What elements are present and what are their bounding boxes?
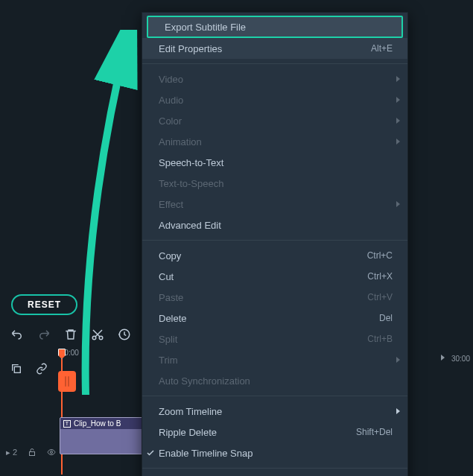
delete-icon[interactable]: [64, 328, 77, 341]
menu-copy[interactable]: CopyCtrl+C: [142, 245, 407, 266]
menu-text-to-speech: Text-to-Speech: [142, 173, 407, 194]
timeline-clip[interactable]: T Clip_How to B: [60, 417, 143, 454]
menu-zoom-timeline[interactable]: Zoom Timeline: [142, 401, 407, 422]
chevron-right-icon: [396, 408, 400, 414]
menu-delete[interactable]: DeleteDel: [142, 308, 407, 329]
redo-icon[interactable]: [37, 328, 51, 341]
track-controls: ▸ 2: [0, 443, 60, 461]
menu-cut[interactable]: CutCtrl+X: [142, 266, 407, 287]
chevron-right-icon: [396, 357, 400, 363]
chevron-right-icon: [396, 139, 400, 145]
clip-title: Clip_How to B: [74, 419, 121, 428]
menu-split: SplitCtrl+B: [142, 329, 407, 349]
chevron-right-icon: [396, 201, 400, 207]
undo-icon[interactable]: [10, 328, 24, 341]
cut-icon[interactable]: [91, 328, 104, 341]
menu-export-subtitle[interactable]: Export Subtitle File: [147, 16, 403, 38]
menu-auto-sync: Auto Synchronization: [142, 370, 407, 391]
copy-icon[interactable]: [10, 363, 22, 375]
track-index: ▸ 2: [6, 448, 17, 457]
menu-advanced-edit[interactable]: Advanced Edit: [142, 215, 407, 235]
menu-color: Color: [142, 110, 407, 131]
menu-animation: Animation: [142, 131, 407, 152]
svg-rect-4: [30, 452, 35, 456]
link-icon[interactable]: [36, 363, 48, 375]
menu-ripple-delete[interactable]: Ripple DeleteShift+Del: [142, 422, 407, 442]
chevron-right-icon: [396, 76, 400, 82]
menu-speech-to-text[interactable]: Speech-to-Text: [142, 152, 407, 173]
menu-effect: Effect: [142, 194, 407, 215]
editor-toolbar: [0, 323, 142, 346]
menu-paste: PasteCtrl+V: [142, 287, 407, 308]
annotation-arrow-icon: [74, 30, 142, 402]
menu-video: Video: [142, 69, 407, 89]
text-clip-icon: T: [63, 420, 71, 428]
menu-audio: Audio: [142, 89, 407, 110]
menu-edit-properties[interactable]: Edit Properties Alt+E: [142, 38, 407, 59]
playhead-handle[interactable]: [58, 371, 76, 392]
editor-toolbar-2: [0, 358, 60, 380]
eye-icon[interactable]: [47, 448, 56, 457]
chevron-right-icon: [396, 118, 400, 124]
svg-point-5: [51, 451, 53, 454]
lock-icon[interactable]: [28, 448, 36, 457]
ruler-arrow-icon: [441, 355, 445, 361]
menu-separator: [142, 63, 407, 64]
svg-rect-3: [14, 366, 20, 372]
menu-separator: [142, 240, 407, 241]
playhead-marker-icon: [58, 349, 66, 359]
menu-separator: [142, 396, 407, 396]
reset-button[interactable]: RESET: [11, 294, 77, 315]
check-icon: [146, 448, 155, 457]
menu-trim: Trim: [142, 349, 407, 370]
menu-separator: [142, 468, 407, 469]
context-menu: Export Subtitle File Edit Properties Alt…: [142, 12, 408, 476]
menu-select-color-label: Select all clips with the same color mar…: [142, 473, 407, 476]
history-icon[interactable]: [118, 328, 131, 341]
chevron-right-icon: [396, 97, 400, 103]
menu-timeline-snap[interactable]: Enable Timeline Snap: [142, 442, 407, 463]
timeline-ruler-end: 30:00: [451, 355, 470, 363]
clip-label: T Clip_How to B: [60, 418, 142, 429]
